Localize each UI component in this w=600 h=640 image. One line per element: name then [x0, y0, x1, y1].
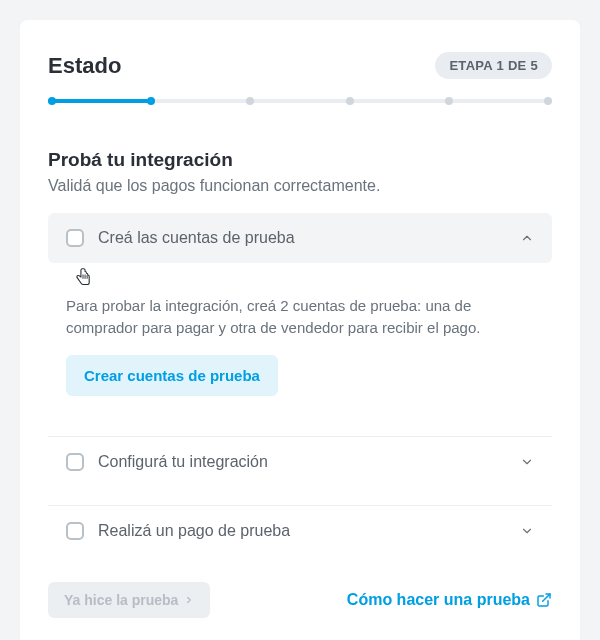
already-tested-button[interactable]: Ya hice la prueba: [48, 582, 210, 618]
checkbox[interactable]: [66, 522, 84, 540]
accordion-item-label: Configurá tu integración: [98, 453, 520, 471]
chevron-up-icon: [520, 231, 534, 245]
link-label: Cómo hacer una prueba: [347, 591, 530, 609]
section-subtitle: Validá que los pagos funcionan correctam…: [48, 177, 552, 195]
page-title: Estado: [48, 53, 121, 79]
accordion: Creá las cuentas de prueba Para probar l…: [48, 213, 552, 556]
button-label: Ya hice la prueba: [64, 592, 178, 608]
create-test-accounts-button[interactable]: Crear cuentas de prueba: [66, 355, 278, 396]
accordion-item-configure[interactable]: Configurá tu integración: [48, 437, 552, 487]
progress-bar: [48, 97, 552, 105]
progress-fill: [48, 99, 149, 103]
accordion-item-test-payment[interactable]: Realizá un pago de prueba: [48, 506, 552, 556]
status-card: Estado ETAPA 1 DE 5 Probá tu integración…: [20, 20, 580, 640]
accordion-item-label: Creá las cuentas de prueba: [98, 229, 520, 247]
how-to-test-link[interactable]: Cómo hacer una prueba: [347, 591, 552, 609]
section-title: Probá tu integración: [48, 149, 552, 171]
accordion-item-create-accounts[interactable]: Creá las cuentas de prueba: [48, 213, 552, 263]
svg-line-3: [543, 594, 550, 601]
accordion-item-label: Realizá un pago de prueba: [98, 522, 520, 540]
external-link-icon: [536, 592, 552, 608]
chevron-down-icon: [520, 524, 534, 538]
chevron-down-icon: [520, 455, 534, 469]
accordion-item-body: Para probar la integración, creá 2 cuent…: [48, 263, 552, 418]
card-footer: Ya hice la prueba Cómo hacer una prueba: [48, 582, 552, 618]
chevron-right-icon: [184, 595, 194, 605]
checkbox[interactable]: [66, 453, 84, 471]
step-badge: ETAPA 1 DE 5: [435, 52, 552, 79]
accordion-item-description: Para probar la integración, creá 2 cuent…: [66, 295, 534, 339]
checkbox[interactable]: [66, 229, 84, 247]
card-header: Estado ETAPA 1 DE 5: [48, 52, 552, 79]
